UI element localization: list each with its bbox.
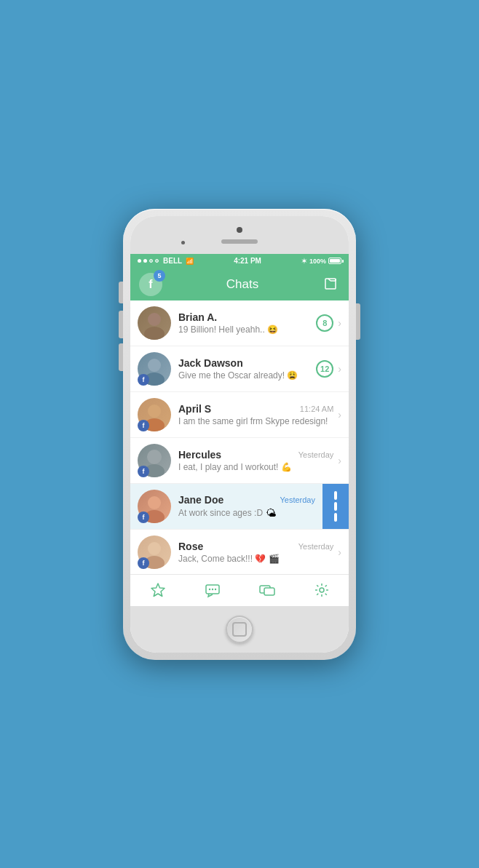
chat-right-april: › <box>338 409 341 421</box>
volume-down-button[interactable] <box>119 343 123 371</box>
chevron-april: › <box>338 409 341 421</box>
chat-item-jack[interactable]: f Jack Dawson Give me the Oscar already!… <box>130 346 349 392</box>
svg-rect-26 <box>264 588 274 595</box>
chevron-rose: › <box>338 546 341 558</box>
chat-item-jane[interactable]: f Jane Doe Yesterday At work since ages … <box>130 484 349 530</box>
chat-content-jack: Jack Dawson Give me the Oscar already! 😩 <box>178 357 312 381</box>
chat-content-hercules: Hercules Yesterday I eat, I play and I w… <box>178 449 333 472</box>
svg-point-24 <box>214 589 215 590</box>
home-button-inner <box>232 622 247 637</box>
status-right: ✶ 100% <box>301 258 341 265</box>
unread-badge-brian: 8 <box>316 314 333 332</box>
header: f 5 Chats <box>130 268 349 300</box>
compose-button[interactable] <box>322 276 340 293</box>
carrier-label: BELL <box>163 257 182 265</box>
chat-list: Brian A. 19 Billion! Hell yeahh.. 😆 8 › <box>130 300 349 574</box>
fb-badge-jack: f <box>138 374 149 386</box>
fb-badge: 5 <box>154 270 165 282</box>
fb-badge-rose: f <box>138 557 149 569</box>
phone-frame: BELL 📶 4:21 PM ✶ 100% f 5 Chats <box>123 209 356 660</box>
chat-name-brian: Brian A. <box>178 311 217 323</box>
tab-bar <box>130 574 349 606</box>
chat-right-brian: 8 › <box>316 314 341 332</box>
svg-point-22 <box>208 589 210 590</box>
chat-item-april[interactable]: f April S 11:24 AM I am the same girl fr… <box>130 392 349 438</box>
chat-time-rose: Yesterday <box>298 542 334 551</box>
avatar-wrap-jack: f <box>138 352 171 386</box>
chat-preview-april: I am the same girl frm Skype redesign! <box>178 416 333 426</box>
signal-dot-1 <box>138 259 141 263</box>
chat-name-jane: Jane Doe <box>178 494 223 506</box>
action-bar-2 <box>334 502 337 511</box>
tab-settings[interactable] <box>294 575 349 606</box>
tab-chats[interactable] <box>239 575 294 606</box>
chat-preview-rose: Jack, Come back!!! 💔 🎬 <box>178 554 333 564</box>
chat-item-brian[interactable]: Brian A. 19 Billion! Hell yeahh.. 😆 8 › <box>130 300 349 346</box>
status-time: 4:21 PM <box>234 257 261 265</box>
chat-top-row-hercules: Hercules Yesterday <box>178 449 333 461</box>
chat-content-rose: Rose Yesterday Jack, Come back!!! 💔 🎬 <box>178 541 333 564</box>
chat-time-hercules: Yesterday <box>298 450 334 459</box>
chat-preview-jane: At work since ages :D <box>178 508 263 518</box>
swipe-action-jane[interactable] <box>322 484 349 529</box>
top-bezel <box>130 216 349 254</box>
svg-point-8 <box>148 405 161 418</box>
chat-right-rose: › <box>338 546 341 558</box>
fb-badge-jane: f <box>138 511 149 523</box>
fb-badge-hercules: f <box>138 466 149 477</box>
chat-right-hercules: › <box>338 455 341 466</box>
svg-point-14 <box>148 542 161 555</box>
battery-fill <box>330 259 340 263</box>
unread-badge-jack: 12 <box>316 360 333 378</box>
bluetooth-icon: ✶ <box>301 258 307 265</box>
chat-time-jane: Yesterday <box>280 495 315 504</box>
chat-top-row-brian: Brian A. <box>178 311 312 323</box>
chat-name-hercules: Hercules <box>178 449 221 461</box>
chat-name-april: April S <box>178 403 211 415</box>
chat-preview-brian: 19 Billion! Hell yeahh.. 😆 <box>178 324 312 335</box>
action-bar-1 <box>334 491 337 500</box>
battery-percent: 100% <box>309 258 326 265</box>
chat-time-april: 11:24 AM <box>300 405 333 413</box>
chat-item-rose[interactable]: f Rose Yesterday Jack, Come back!!! 💔 🎬 … <box>130 530 349 574</box>
action-bar-3 <box>334 513 337 522</box>
status-bar: BELL 📶 4:21 PM ✶ 100% <box>130 254 349 268</box>
signal-dot-4 <box>155 259 159 263</box>
speaker <box>221 239 258 244</box>
svg-point-12 <box>148 496 161 509</box>
chat-content-brian: Brian A. 19 Billion! Hell yeahh.. 😆 <box>178 311 312 335</box>
chevron-jack: › <box>338 363 341 375</box>
svg-point-5 <box>144 327 165 340</box>
screen: BELL 📶 4:21 PM ✶ 100% f 5 Chats <box>130 254 349 606</box>
svg-marker-20 <box>151 584 165 597</box>
camera <box>237 227 242 233</box>
chevron-hercules: › <box>338 455 341 466</box>
avatar-brian <box>138 306 171 340</box>
front-camera <box>181 241 185 244</box>
chat-right-jack: 12 › <box>316 360 341 378</box>
power-button[interactable] <box>356 303 360 340</box>
svg-point-23 <box>211 589 213 590</box>
chat-content-april: April S 11:24 AM I am the same girl frm … <box>178 403 333 426</box>
tab-messages[interactable] <box>185 575 239 606</box>
chat-top-row-april: April S 11:24 AM <box>178 403 333 415</box>
svg-point-27 <box>320 588 324 592</box>
chat-top-row-jane: Jane Doe Yesterday <box>178 494 315 506</box>
signal-dot-3 <box>149 259 153 263</box>
header-title: Chats <box>226 277 258 292</box>
svg-point-6 <box>148 359 161 372</box>
tab-favorites[interactable] <box>130 575 185 606</box>
chat-item-hercules[interactable]: f Hercules Yesterday I eat, I play and I… <box>130 438 349 484</box>
avatar-wrap-brian <box>138 306 171 340</box>
chat-name-jack: Jack Dawson <box>178 357 243 369</box>
home-button[interactable] <box>226 616 253 643</box>
chat-top-row-rose: Rose Yesterday <box>178 541 333 552</box>
facebook-avatar-icon[interactable]: f 5 <box>139 273 162 296</box>
wifi-icon: 📶 <box>186 258 194 265</box>
svg-point-10 <box>147 450 162 464</box>
signal-dot-2 <box>143 259 147 263</box>
action-bars <box>334 491 337 522</box>
avatar-wrap-jane: f <box>138 490 171 523</box>
volume-up-button[interactable] <box>119 311 123 338</box>
phone-screen: BELL 📶 4:21 PM ✶ 100% f 5 Chats <box>130 216 349 653</box>
